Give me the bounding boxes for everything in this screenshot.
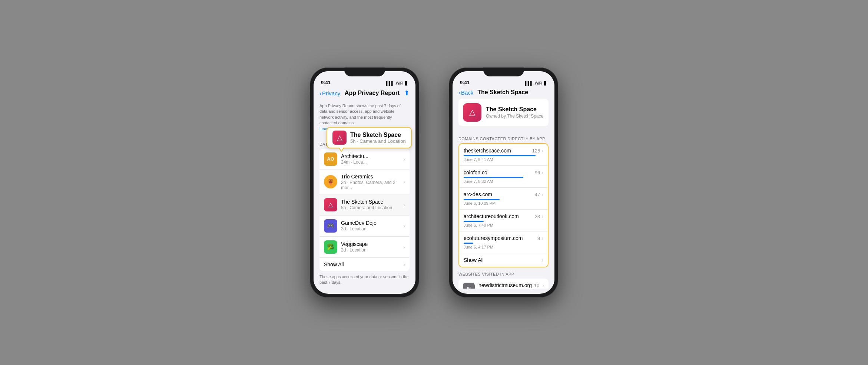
app-detail-veggi: 2d · Location <box>341 247 402 253</box>
domain-bar-ecofuture <box>464 243 473 244</box>
domain-row-ecofuture: ecofuturesymposium.com 9 › <box>464 235 543 241</box>
chevron-icon-veggi: › <box>403 244 405 250</box>
phone1-wrapper: 9:41 ▌▌▌ WiFi ▊ ‹ Privacy App Privacy Re… <box>310 68 419 297</box>
domain-chevron-archoutlook: › <box>541 213 543 219</box>
domain-count-archoutlook: 23 <box>535 214 540 219</box>
domain-item-archoutlook[interactable]: architectureoutlook.com 23 › June 6, 7:4… <box>459 210 548 231</box>
domain-bar-colofon <box>464 177 523 178</box>
domain-row-colofon: colofon.co 96 › <box>464 170 543 175</box>
domain-item-arcdes[interactable]: arc-des.com 47 › June 6, 10:09 PM <box>459 188 548 210</box>
list-item-trio[interactable]: 🏺 Trio Ceramics 2h · Photos, Camera, and… <box>319 170 410 194</box>
app-header-subtitle: Owned by The Sketch Space <box>486 114 543 119</box>
website-icon-newdistrict: N <box>463 283 475 289</box>
domain-time-arcdes: June 6, 10:09 PM <box>464 201 543 205</box>
chevron-icon-sketch: › <box>403 202 405 208</box>
app-item-content-sketch: The Sketch Space 5h · Camera and Locatio… <box>341 199 402 210</box>
app-name-veggi: Veggiscape <box>341 241 402 247</box>
signal-icon: ▌▌▌ <box>386 81 394 85</box>
side-btn-left-2b <box>449 121 449 140</box>
tooltip-subtitle: 5h · Camera and Location <box>350 138 406 144</box>
phone2-wrapper: 9:41 ▌▌▌ WiFi ▊ ‹ Back The Sketch Space <box>449 68 558 297</box>
chevron-show-all-domains: › <box>541 257 543 263</box>
domain-count-colofon: 96 <box>535 170 540 175</box>
app-item-content-veggi: Veggiscape 2d · Location <box>341 241 402 253</box>
side-btn-left-2c <box>449 144 449 162</box>
domain-item-colofon[interactable]: colofon.co 96 › June 7, 8:32 AM <box>459 166 548 188</box>
side-btn-right <box>419 116 419 136</box>
status-time-1: 9:41 <box>321 80 331 85</box>
app-name-gamedev: GameDev Dojo <box>341 220 402 226</box>
chevron-icon-architectu: › <box>403 156 405 162</box>
app-header-icon-glyph: △ <box>469 108 476 117</box>
domain-chevron-arcdes: › <box>541 191 543 197</box>
domain-time-archoutlook: June 6, 7:48 PM <box>464 223 543 227</box>
domain-name-thesketchspace: thesketchspace.com <box>464 148 511 154</box>
domain-list: thesketchspace.com 125 › June 7, 9:41 AM <box>458 143 549 267</box>
nav-title-1: App Privacy Report <box>345 90 400 96</box>
app-icon-gamedev: 🎮 <box>324 219 337 233</box>
phone1: 9:41 ▌▌▌ WiFi ▊ ‹ Privacy App Privacy Re… <box>310 68 419 297</box>
back-button-2[interactable]: ‹ Back <box>458 89 473 96</box>
app-header-icon: △ <box>463 103 481 122</box>
website-name-newdistrict: newdistrictmuseum.org <box>478 282 532 288</box>
website-item-newdistrict[interactable]: N newdistrictmuseum.org 10 › <box>458 279 549 289</box>
notch1 <box>344 68 385 76</box>
app-name-sketch: The Sketch Space <box>341 199 402 205</box>
footnote-1: These apps accessed your data or sensors… <box>314 271 415 289</box>
tooltip-text-content: The Sketch Space 5h · Camera and Locatio… <box>350 132 406 144</box>
app-item-content-architectu: Architectu... 24m · Loca... <box>341 153 402 165</box>
chevron-show-all-1: › <box>403 262 405 267</box>
back-label-2: Back <box>461 89 473 96</box>
app-header-title: The Sketch Space <box>486 106 543 113</box>
domain-item-ecofuture[interactable]: ecofuturesymposium.com 9 › June 6, 4:17 … <box>459 231 548 253</box>
status-icons-1: ▌▌▌ WiFi ▊ <box>386 81 408 85</box>
back-button-1[interactable]: ‹ Privacy <box>319 90 340 96</box>
app-detail-sketch: 5h · Camera and Location <box>341 205 402 210</box>
domain-time-ecofuture: June 6, 4:17 PM <box>464 245 543 249</box>
domain-time-colofon: June 7, 8:32 AM <box>464 179 543 184</box>
app-detail-trio: 2h · Photos, Camera, and 2 mor... <box>341 180 402 190</box>
list-item-gamedev[interactable]: 🎮 GameDev Dojo 2d · Location › <box>319 216 410 237</box>
battery-icon-2: ▊ <box>544 81 547 85</box>
status-time-2: 9:41 <box>460 80 470 85</box>
website-content-newdistrict: newdistrictmuseum.org 10 › newdistri <box>478 282 544 289</box>
domain-row-thesketchspace: thesketchspace.com 125 › <box>464 148 543 154</box>
domains-section-header: DOMAINS CONTACTED DIRECTLY BY APP <box>453 132 554 143</box>
list-item-architectu[interactable]: AO Architectu... 24m · Loca... › <box>319 149 410 170</box>
wifi-icon-2: WiFi <box>535 81 542 85</box>
tooltip-app-icon: △ <box>332 131 347 145</box>
website-chevron-newdistrict: › <box>542 282 544 288</box>
app-item-content-gamedev: GameDev Dojo 2d · Location <box>341 220 402 231</box>
side-btn-left2 <box>310 121 310 140</box>
app-header-card: △ The Sketch Space Owned by The Sketch S… <box>458 99 549 126</box>
domain-name-archoutlook: architectureoutlook.com <box>464 213 519 219</box>
back-label-1: Privacy <box>322 90 340 96</box>
domain-item-thesketchspace[interactable]: thesketchspace.com 125 › June 7, 9:41 AM <box>459 144 548 166</box>
app-list-1: AO Architectu... 24m · Loca... › 🏺 Trio … <box>319 149 410 271</box>
screen-content-2[interactable]: △ The Sketch Space Owned by The Sketch S… <box>453 99 554 289</box>
notch2 <box>483 68 524 76</box>
side-btn-left1 <box>310 105 310 116</box>
show-all-item-domains[interactable]: Show All › <box>459 253 548 267</box>
nav-bar-1: ‹ Privacy App Privacy Report ⬆ <box>314 88 415 100</box>
side-btn-left3 <box>310 144 310 162</box>
list-item-sketch[interactable]: △ The Sketch Space 5h · Camera and Locat… <box>319 194 410 216</box>
nav-title-2: The Sketch Space <box>477 89 528 96</box>
description-text: App Privacy Report shows the past 7 days… <box>319 103 401 125</box>
show-all-label-1: Show All <box>324 262 344 267</box>
app-icon-trio: 🏺 <box>324 175 337 188</box>
domain-row-archoutlook: architectureoutlook.com 23 › <box>464 213 543 219</box>
app-icon-architectu: AO <box>324 152 337 166</box>
domain-chevron-thesketchspace: › <box>541 148 543 154</box>
list-item-veggi[interactable]: 🥦 Veggiscape 2d · Location › <box>319 237 410 258</box>
domain-chevron-colofon: › <box>541 170 543 175</box>
chevron-icon-trio: › <box>403 179 405 185</box>
share-icon[interactable]: ⬆ <box>404 89 410 97</box>
show-all-item-1[interactable]: Show All › <box>319 258 410 271</box>
domain-time-thesketchspace: June 7, 9:41 AM <box>464 157 543 162</box>
show-all-label-domains: Show All <box>464 257 484 263</box>
website-count-newdistrict: 10 <box>534 283 539 288</box>
app-detail-gamedev: 2d · Location <box>341 226 402 231</box>
domain-name-colofon: colofon.co <box>464 170 487 175</box>
tooltip-icon-glyph: △ <box>337 133 342 142</box>
